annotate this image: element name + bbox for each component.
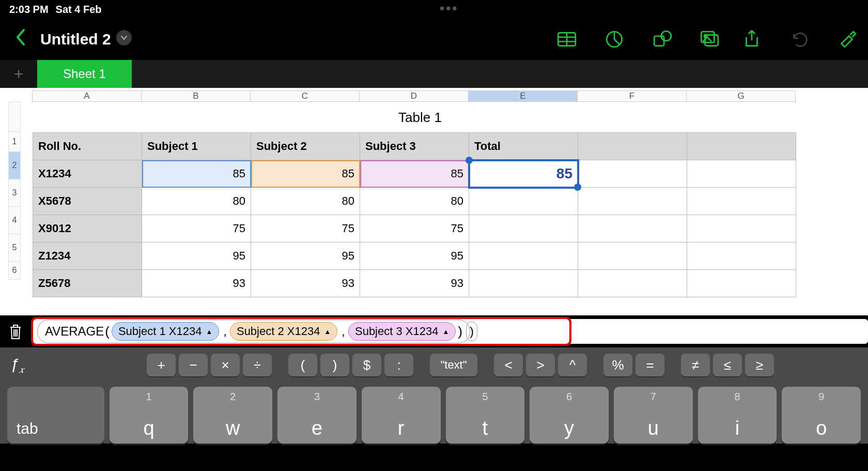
op-rparen[interactable]: ) [320,354,349,376]
header-blank1[interactable] [578,133,687,160]
key-e[interactable]: 3e [277,387,357,444]
sheet-tab[interactable]: Sheet 1 [37,60,132,88]
cell[interactable] [469,188,578,215]
row-5[interactable]: 5 [8,234,21,262]
row-4[interactable]: 4 [8,206,21,234]
col-F[interactable]: F [577,90,687,102]
tab-key[interactable]: tab [7,387,104,444]
op-caret[interactable]: ^ [558,354,587,376]
cell[interactable] [687,270,796,297]
share-icon[interactable] [741,28,763,50]
cell[interactable] [578,188,687,215]
op-multiply[interactable]: × [211,354,240,376]
key-i[interactable]: 8i [698,387,777,444]
row-1[interactable]: 1 [8,131,21,152]
header-sub2[interactable]: Subject 2 [251,133,360,160]
cell[interactable]: 80 [251,188,360,215]
op-gt[interactable]: > [526,354,555,376]
cell[interactable]: 85 [251,160,360,188]
cell[interactable] [578,160,687,188]
cell[interactable] [578,270,687,297]
key-y[interactable]: 6y [530,387,609,444]
cell[interactable]: Z5678 [33,270,142,297]
cell[interactable] [469,270,578,297]
cell[interactable]: X9012 [33,215,142,242]
key-t[interactable]: 5t [446,387,525,444]
cell[interactable] [687,188,796,215]
col-A[interactable]: A [32,90,142,102]
cell[interactable]: 85 [360,160,469,188]
col-C[interactable]: C [250,90,360,102]
header-sub3[interactable]: Subject 3 [360,133,469,160]
formula-token[interactable]: Subject 1 X1234▲ [112,322,219,341]
op-plus[interactable]: + [147,354,176,376]
cell[interactable]: 93 [360,270,469,297]
op-text[interactable]: "text" [430,354,477,376]
cell[interactable] [469,215,578,242]
row-2[interactable]: 2 [8,151,21,179]
col-G[interactable]: G [686,90,796,102]
formula-input-extra[interactable] [569,319,868,344]
formula-function-pill[interactable]: AVERAGE ( Subject 1 X1234▲ , Subject 2 X… [37,320,470,343]
active-cell[interactable]: 85 [469,160,578,188]
cell[interactable]: 75 [142,215,251,242]
op-percent[interactable]: % [603,354,632,376]
key-r[interactable]: 4r [362,387,441,444]
key-w[interactable]: 2w [193,387,272,444]
op-colon[interactable]: : [384,354,413,376]
cell[interactable]: 95 [251,242,360,270]
key-u[interactable]: 7u [614,387,693,444]
cell[interactable]: 85 [142,160,251,188]
cell[interactable]: 80 [360,188,469,215]
col-D[interactable]: D [359,90,469,102]
undo-icon[interactable] [788,28,810,50]
formula-input[interactable]: AVERAGE ( Subject 1 X1234▲ , Subject 2 X… [33,319,569,344]
cell[interactable]: 75 [251,215,360,242]
col-E[interactable]: E [468,90,578,102]
header-sub1[interactable]: Subject 1 [142,133,251,160]
header-roll[interactable]: Roll No. [33,133,142,160]
op-lparen[interactable]: ( [288,354,317,376]
media-icon[interactable] [699,28,720,50]
header-total[interactable]: Total [469,133,578,160]
selection-handle[interactable] [466,157,473,164]
table-icon[interactable] [556,28,578,50]
cell[interactable]: X1234 [33,160,142,188]
title-chevron-icon[interactable] [116,30,132,45]
cell[interactable]: X5678 [33,188,142,215]
format-brush-icon[interactable] [836,28,858,50]
cell[interactable] [687,242,796,270]
formula-token[interactable]: Subject 2 X1234▲ [230,322,337,341]
col-B[interactable]: B [141,90,251,102]
shape-icon[interactable] [651,28,673,50]
table-title[interactable]: Table 1 [33,102,808,132]
cell[interactable] [469,242,578,270]
cell[interactable]: 95 [142,242,251,270]
cell[interactable] [687,160,796,188]
formula-token[interactable]: Subject 3 X1234▲ [348,322,456,341]
row-3[interactable]: 3 [8,179,21,207]
selection-handle[interactable] [574,184,581,191]
op-lt[interactable]: < [494,354,523,376]
key-o[interactable]: 9o [782,387,861,444]
cell[interactable] [578,215,687,242]
add-sheet-button[interactable]: + [0,60,37,88]
cell[interactable]: 75 [360,215,469,242]
op-ge[interactable]: ≥ [745,354,774,376]
more-icon[interactable]: ••• [440,1,458,17]
op-minus[interactable]: − [179,354,208,376]
op-ne[interactable]: ≠ [681,354,710,376]
back-button[interactable] [10,28,30,51]
cell[interactable]: 93 [142,270,251,297]
row-6[interactable]: 6 [8,261,21,280]
cell[interactable] [578,242,687,270]
spreadsheet-canvas[interactable]: A B C D E F G 1 2 3 4 5 6 Table 1 Roll N… [0,88,868,315]
fx-button[interactable]: ƒ𝑥 [4,355,144,375]
data-table[interactable]: Roll No. Subject 1 Subject 2 Subject 3 T… [33,132,796,297]
cell[interactable]: 93 [251,270,360,297]
cell[interactable]: Z1234 [33,242,142,270]
cell[interactable]: 80 [142,188,251,215]
op-divide[interactable]: ÷ [243,354,272,376]
header-blank2[interactable] [687,133,796,160]
op-le[interactable]: ≤ [713,354,742,376]
